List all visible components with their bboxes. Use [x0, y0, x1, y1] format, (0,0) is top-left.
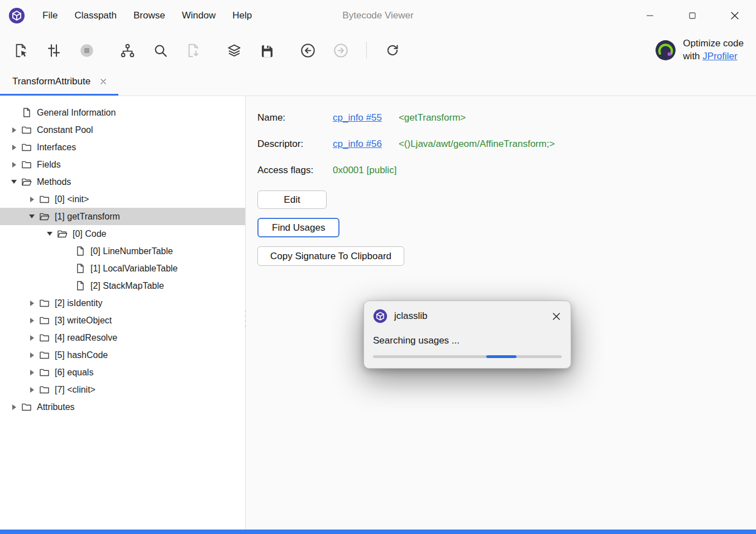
chevron-down-icon[interactable]: [29, 214, 35, 218]
reload-button[interactable]: [380, 37, 405, 63]
chevron-right-icon[interactable]: [30, 370, 34, 375]
menu-help[interactable]: Help: [224, 6, 260, 26]
chevron-down-icon[interactable]: [11, 180, 17, 184]
progress-dialog: jclasslib Searching usages ...: [363, 301, 571, 369]
tree-item-constant-pool[interactable]: Constant Pool: [0, 121, 245, 139]
tab-transformattribute[interactable]: TransformAttribute: [0, 69, 118, 96]
search-icon: [153, 43, 168, 58]
bytecode-viewer-window: { "titlebar": { "title": "Bytecode Viewe…: [0, 0, 756, 534]
chevron-right-icon[interactable]: [30, 301, 34, 306]
tree-item-hashcode[interactable]: [5] hashCode: [0, 346, 245, 364]
export-file-button: [180, 37, 206, 63]
folder-icon: [21, 159, 32, 170]
chevron-right-icon[interactable]: [12, 145, 16, 150]
menu-browse[interactable]: Browse: [125, 6, 174, 26]
menubar: File Classpath Browse Window Help: [34, 6, 260, 26]
copy-signature-button[interactable]: Copy Signature To Clipboard: [257, 246, 404, 266]
menu-classpath[interactable]: Classpath: [66, 6, 125, 26]
promo-text: Optimize code with JProfiler: [683, 37, 744, 63]
folder-icon: [21, 142, 32, 152]
action-buttons: Edit Find Usages Copy Signature To Clipb…: [257, 190, 756, 266]
jprofiler-link[interactable]: JProfiler: [702, 51, 737, 61]
tree-item-linenumbertable[interactable]: [0] LineNumberTable: [0, 242, 245, 260]
folder-icon: [39, 315, 50, 326]
tree-item-stackmaptable[interactable]: [2] StackMapTable: [0, 277, 245, 294]
menu-file[interactable]: File: [34, 6, 66, 26]
tree-item-attributes[interactable]: Attributes: [0, 398, 245, 416]
tree-item-gettransform[interactable]: [1] getTransform: [0, 208, 245, 225]
detail-panel: Name: cp_info #55 <getTransform> Descrip…: [246, 96, 756, 530]
tree-item-methods[interactable]: Methods: [0, 173, 245, 190]
tree-item-label: Interfaces: [37, 142, 76, 152]
document-icon: [75, 280, 85, 291]
tree-item-isidentity[interactable]: [2] isIdentity: [0, 294, 245, 312]
minimize-button[interactable]: [629, 0, 671, 31]
save-button[interactable]: [254, 37, 280, 63]
back-button[interactable]: [295, 37, 320, 63]
folder-icon: [39, 384, 50, 395]
folder-open-icon: [57, 228, 68, 239]
descriptor-cpinfo-link[interactable]: cp_info #56: [333, 138, 382, 150]
search-button[interactable]: [147, 37, 173, 63]
chevron-right-icon[interactable]: [30, 318, 34, 323]
folder-icon: [39, 350, 50, 360]
folder-icon: [39, 194, 50, 204]
chevron-right-icon[interactable]: [30, 352, 34, 358]
access-flags-value: 0x0001 [public]: [333, 164, 396, 177]
folder-icon: [21, 402, 32, 412]
back-arrow-icon: [300, 42, 316, 59]
tree-item-writeobject[interactable]: [3] writeObject: [0, 312, 245, 329]
name-label: Name:: [257, 112, 333, 124]
tree-item-clinit[interactable]: [7] <clinit>: [0, 381, 245, 398]
tree-item-init[interactable]: [0] <init>: [0, 190, 245, 208]
sliders-icon: [46, 43, 61, 58]
tree-item-label: [4] readResolve: [55, 333, 117, 343]
progress-segment: [486, 355, 516, 358]
toolbar-separator: [366, 42, 367, 59]
app-logo-icon: [8, 7, 25, 24]
tree-item-fields[interactable]: Fields: [0, 156, 245, 173]
classpath-setup-button[interactable]: [41, 37, 66, 63]
chevron-right-icon[interactable]: [12, 404, 16, 410]
dialog-close-icon[interactable]: [551, 311, 562, 322]
maximize-button[interactable]: [671, 0, 714, 31]
edit-button[interactable]: Edit: [257, 190, 327, 209]
chevron-right-icon[interactable]: [30, 387, 34, 393]
tree-item-label: [1] getTransform: [55, 212, 120, 222]
file-download-icon: [186, 43, 201, 58]
tree-item-label: [3] writeObject: [55, 316, 112, 326]
tree-item-label: Fields: [37, 160, 61, 170]
tree-item-equals[interactable]: [6] equals: [0, 364, 245, 381]
save-icon: [260, 43, 275, 58]
descriptor-label: Descriptor:: [257, 138, 333, 150]
tree-item-label: [2] StackMapTable: [90, 281, 164, 291]
window-controls: [629, 0, 756, 31]
name-cpinfo-link[interactable]: cp_info #55: [333, 112, 382, 124]
folder-open-icon: [21, 177, 32, 187]
tab-close-icon[interactable]: [99, 78, 107, 85]
chevron-right-icon[interactable]: [12, 127, 16, 133]
document-icon: [75, 263, 85, 274]
chevron-right-icon[interactable]: [30, 197, 34, 202]
tree-item-general-information[interactable]: General Information: [0, 104, 245, 121]
open-class-file-button[interactable]: [8, 37, 34, 63]
tree-item-readresolve[interactable]: [4] readResolve: [0, 329, 245, 346]
layers-button[interactable]: [221, 37, 247, 63]
menu-window[interactable]: Window: [174, 6, 224, 26]
descriptor-row: Descriptor: cp_info #56 <()Ljava/awt/geo…: [257, 138, 756, 150]
tree-item-label: [0] LineNumberTable: [90, 246, 173, 256]
tree-item-code[interactable]: [0] Code: [0, 225, 245, 242]
browse-hierarchy-button[interactable]: [114, 37, 140, 63]
tree-item-label: [6] equals: [55, 368, 93, 378]
chevron-right-icon[interactable]: [30, 335, 34, 341]
chevron-right-icon[interactable]: [12, 162, 16, 168]
chevron-down-icon[interactable]: [47, 232, 52, 236]
folder-icon: [39, 367, 50, 378]
promo-line2-prefix: with: [683, 51, 702, 61]
find-usages-button[interactable]: Find Usages: [257, 218, 339, 237]
close-button[interactable]: [714, 0, 756, 31]
tree-item-localvariabletable[interactable]: [1] LocalVariableTable: [0, 260, 245, 277]
window-title: Bytecode Viewer: [342, 10, 413, 21]
tree-item-interfaces[interactable]: Interfaces: [0, 139, 245, 156]
forward-button: [328, 37, 353, 63]
